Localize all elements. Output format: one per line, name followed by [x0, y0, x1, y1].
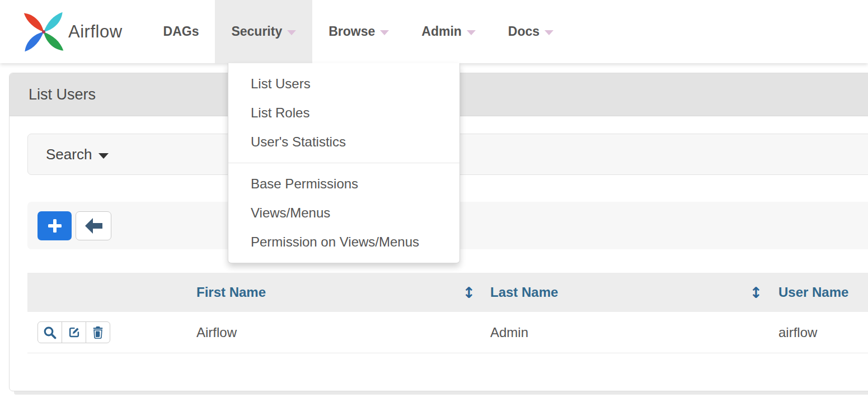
menu-item-base-permissions[interactable]: Base Permissions [228, 169, 459, 198]
main-nav: DAGs Security Browse Admin Docs [147, 0, 570, 63]
caret-down-icon [545, 30, 553, 35]
page-title: List Users [29, 86, 96, 103]
edit-record-button[interactable] [62, 321, 86, 343]
column-header-first-name[interactable]: First Name [196, 285, 266, 300]
menu-item-users-statistics[interactable]: User's Statistics [228, 127, 459, 157]
nav-item-security[interactable]: Security [215, 0, 312, 63]
nav-item-dags[interactable]: DAGs [147, 0, 215, 63]
last-name-header-cell[interactable]: Last Name ↕ [482, 285, 770, 300]
nav-item-label: Security [231, 24, 282, 39]
security-dropdown-menu: List Users List Roles User's Statistics … [228, 63, 460, 263]
first-name-cell: Airflow [140, 325, 482, 340]
magnifier-icon [43, 326, 57, 339]
nav-item-docs[interactable]: Docs [492, 0, 570, 63]
caret-down-icon [467, 30, 476, 35]
nav-item-browse[interactable]: Browse [312, 0, 405, 63]
show-record-button[interactable] [37, 321, 62, 343]
search-label: Search [46, 146, 92, 163]
users-table: First Name ↕ Last Name ↕ User Name [27, 273, 868, 353]
column-header-last-name[interactable]: Last Name [490, 285, 558, 300]
sort-updown-icon[interactable]: ↕ [749, 285, 762, 300]
menu-item-views-menus[interactable]: Views/Menus [228, 198, 459, 228]
delete-record-button[interactable] [86, 321, 110, 343]
arrow-left-icon [85, 218, 102, 234]
edit-icon [68, 326, 81, 339]
top-navbar: Airflow DAGs Security Browse Admin Docs [0, 0, 868, 63]
menu-item-permission-on-views-menus[interactable]: Permission on Views/Menus [228, 228, 459, 257]
menu-item-list-roles[interactable]: List Roles [228, 98, 459, 127]
back-button[interactable] [76, 211, 111, 240]
caret-down-icon [98, 153, 109, 159]
brand-title: Airflow [68, 22, 123, 42]
column-header-user-name[interactable]: User Name [778, 285, 848, 300]
caret-down-icon [287, 30, 296, 35]
plus-icon [48, 219, 62, 233]
nav-item-label: Docs [508, 24, 539, 39]
row-actions-group [37, 321, 140, 343]
airflow-pinwheel-logo [20, 8, 67, 55]
nav-item-admin[interactable]: Admin [405, 0, 492, 63]
menu-divider [228, 163, 459, 163]
sort-updown-icon[interactable]: ↕ [462, 285, 475, 300]
trash-icon [92, 326, 104, 339]
add-record-button[interactable] [37, 211, 72, 240]
table-row: Airflow Admin airflow [27, 312, 868, 353]
caret-down-icon [380, 30, 389, 35]
nav-item-label: Admin [421, 24, 462, 39]
table-header-row: First Name ↕ Last Name ↕ User Name [27, 273, 868, 312]
airflow-app: Airflow DAGs Security Browse Admin Docs [0, 0, 868, 398]
airflow-brand[interactable]: Airflow [20, 0, 123, 63]
user-name-cell: airflow [770, 325, 868, 340]
first-name-header-cell[interactable]: First Name ↕ [140, 285, 482, 300]
menu-item-list-users[interactable]: List Users [228, 69, 459, 98]
last-name-cell: Admin [482, 325, 770, 340]
user-name-header-cell[interactable]: User Name [770, 285, 868, 300]
row-actions-cell [27, 321, 140, 343]
nav-item-label: DAGs [163, 24, 199, 39]
nav-item-label: Browse [329, 24, 375, 39]
